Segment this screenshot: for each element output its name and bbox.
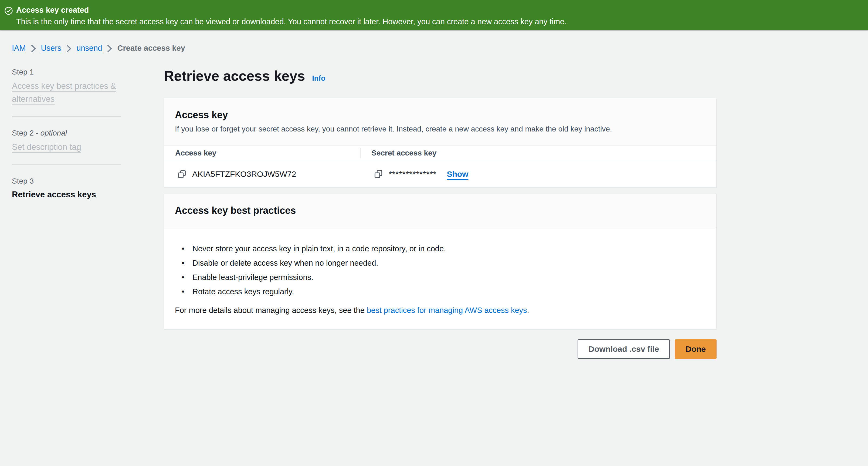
best-practices-link[interactable]: best practices for managing AWS access k… [367, 306, 527, 314]
chevron-right-icon [31, 45, 36, 52]
step-2-link[interactable]: Set description tag [12, 142, 81, 152]
step-2-block: Step 2 - optional Set description tag [12, 128, 121, 154]
bullet-dot: • [182, 287, 192, 297]
bullet-dot: • [182, 272, 192, 282]
copy-icon [178, 175, 186, 179]
best-practices-card-body: •Never store your access key in plain te… [164, 228, 716, 329]
banner-title: Access key created [16, 5, 566, 15]
breadcrumb-link-users[interactable]: Users [41, 44, 62, 53]
check-circle-icon [4, 6, 13, 15]
step-2-optional: optional [40, 129, 67, 137]
access-key-value: AKIA5FTZFKO3ROJW5W72 [192, 169, 296, 179]
banner-message: This is the only time that the secret ac… [16, 17, 566, 27]
download-csv-button[interactable]: Download .csv file [578, 339, 670, 359]
list-item: •Never store your access key in plain te… [182, 244, 706, 253]
access-key-card-header: Access key If you lose or forget your se… [164, 98, 716, 146]
breadcrumb: IAM Users unsend Create access key [12, 44, 868, 53]
best-practices-footer: For more details about managing access k… [175, 305, 706, 315]
bullet-dot: • [182, 258, 192, 268]
list-item: •Disable or delete access key when no lo… [182, 258, 706, 268]
access-key-card-description: If you lose or forget your secret access… [175, 124, 706, 134]
bullet-dot: • [182, 244, 192, 253]
page-title: Retrieve access keys [164, 67, 305, 85]
table-row: AKIA5FTZFKO3ROJW5W72 ************** [164, 161, 716, 187]
access-key-card: Access key If you lose or forget your se… [164, 98, 717, 187]
page-root: Access key created This is the only time… [0, 0, 868, 359]
column-header-access-key: Access key [164, 146, 360, 161]
steps-divider [12, 116, 121, 117]
chevron-right-icon [107, 45, 112, 52]
footer-text-prefix: For more details about managing access k… [175, 306, 367, 314]
step-1-link[interactable]: Access key best practices & alternatives [12, 81, 116, 104]
copy-icon [374, 175, 383, 179]
success-banner: Access key created This is the only time… [0, 0, 868, 30]
main-layout: Step 1 Access key best practices & alter… [0, 67, 868, 359]
step-3-current-title: Retrieve access keys [12, 190, 96, 199]
list-item: •Enable least-privilege permissions. [182, 272, 706, 282]
copy-access-key-button[interactable] [178, 170, 186, 179]
bullet-text: Never store your access key in plain tex… [192, 244, 446, 253]
footer-text-suffix: . [527, 306, 529, 314]
column-header-secret-access-key: Secret access key [361, 146, 716, 161]
chevron-right-icon [67, 45, 71, 52]
banner-text: Access key created This is the only time… [16, 0, 566, 27]
best-practices-card-header: Access key best practices [164, 194, 716, 228]
step-2-label: Step 2 - [12, 129, 40, 137]
best-practices-card-title: Access key best practices [175, 205, 706, 217]
step-3-block: Step 3 Retrieve access keys [12, 176, 121, 200]
access-key-cell: AKIA5FTZFKO3ROJW5W72 [164, 169, 360, 179]
steps-nav: Step 1 Access key best practices & alter… [12, 67, 121, 359]
steps-divider [12, 164, 121, 165]
bullet-text: Disable or delete access key when no lon… [192, 258, 378, 268]
secret-key-masked-value: ************** [389, 169, 436, 179]
breadcrumb-link-unsend[interactable]: unsend [76, 44, 102, 53]
breadcrumb-link-iam[interactable]: IAM [12, 44, 26, 53]
access-key-card-title: Access key [175, 109, 706, 121]
content: Retrieve access keys Info Access key If … [164, 67, 717, 359]
actions-bar: Download .csv file Done [164, 339, 717, 359]
best-practices-card: Access key best practices •Never store y… [164, 194, 717, 329]
step-1-block: Step 1 Access key best practices & alter… [12, 67, 121, 105]
step-1-label: Step 1 [12, 68, 34, 76]
secret-access-key-cell: ************** Show [360, 169, 716, 179]
show-secret-link[interactable]: Show [447, 169, 468, 179]
list-item: •Rotate access keys regularly. [182, 287, 706, 297]
done-button[interactable]: Done [675, 339, 717, 359]
key-table-header: Access key Secret access key [164, 146, 716, 161]
step-3-label: Step 3 [12, 177, 34, 185]
info-link[interactable]: Info [312, 74, 325, 83]
bullet-text: Rotate access keys regularly. [192, 287, 294, 297]
breadcrumb-current: Create access key [117, 44, 185, 53]
best-practices-list: •Never store your access key in plain te… [175, 244, 706, 297]
copy-secret-key-button[interactable] [374, 170, 383, 179]
bullet-text: Enable least-privilege permissions. [192, 272, 313, 282]
